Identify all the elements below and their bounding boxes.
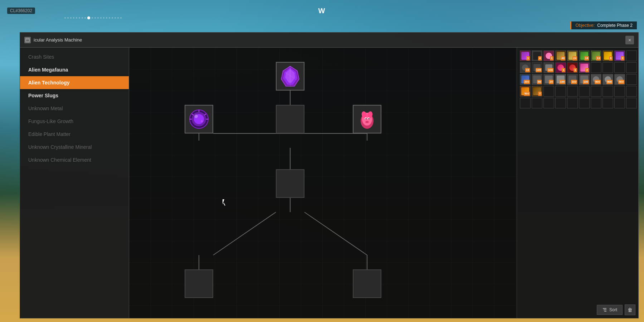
window-title-text: icular Analysis Machine [34, 37, 82, 43]
inv-slot[interactable]: 108 [543, 62, 554, 73]
purple-crystal-icon [278, 64, 302, 88]
top-bar: CL#366202 W [0, 0, 644, 21]
sidebar-item-edible-plant-matter[interactable]: Edible Plant Matter [20, 128, 129, 141]
inv-slot-empty[interactable] [579, 86, 590, 97]
tech-node-purple-crystal[interactable] [276, 62, 304, 91]
svg-rect-0 [26, 38, 29, 42]
sidebar-item-alien-megafauna[interactable]: Alien Megafauna [20, 63, 129, 76]
inv-slot-empty[interactable] [591, 98, 601, 108]
inv-slot-empty[interactable] [532, 98, 542, 108]
inv-slot-empty[interactable] [591, 62, 601, 73]
inv-slot[interactable]: 8 [602, 50, 613, 61]
inv-slot[interactable]: 40 [555, 50, 566, 61]
sidebar-item-crash-sites[interactable]: Crash Sites [20, 50, 129, 63]
inv-slot-empty[interactable] [567, 86, 578, 97]
objective-text: Complete Phase 2 [597, 23, 633, 28]
sidebar: Crash Sites Alien Megafauna Alien Techno… [20, 48, 129, 318]
sidebar-item-alien-technology[interactable]: Alien Technology [20, 76, 129, 89]
inv-slot[interactable]: 1 [543, 50, 554, 61]
svg-point-38 [365, 121, 369, 123]
svg-line-11 [304, 212, 367, 255]
bottom-actions: Sort 🗑 [597, 304, 635, 315]
svg-point-36 [366, 118, 367, 119]
svg-point-24 [201, 120, 203, 122]
tech-tree [129, 48, 517, 318]
tech-node-lower-center[interactable] [276, 169, 304, 198]
inv-slot[interactable]: 120 [532, 62, 542, 73]
inv-slot[interactable]: 1 [567, 62, 578, 73]
pink-creature-icon [355, 107, 379, 131]
inv-slot[interactable]: 1 [555, 62, 566, 73]
inv-slot[interactable]: 13 [591, 50, 601, 61]
inv-slot-empty[interactable] [626, 86, 637, 97]
window-icon [24, 37, 31, 43]
sidebar-item-power-slugs[interactable]: Power Slugs [20, 89, 129, 102]
sidebar-item-unknown-metal[interactable]: Unknown Metal [20, 102, 129, 115]
inv-slot[interactable]: 50 [532, 74, 542, 85]
window-title-bar: icular Analysis Machine × [20, 33, 638, 48]
sidebar-item-unknown-chemical-element[interactable]: Unknown Chemical Element [20, 153, 129, 166]
inv-slot[interactable]: 3 [614, 50, 625, 61]
inv-slot[interactable]: 4 [532, 50, 542, 61]
sidebar-item-fungus-like-growth[interactable]: Fungus-Like Growth [20, 115, 129, 128]
inv-slot[interactable]: 19 [520, 62, 531, 73]
inv-slot-empty[interactable] [579, 98, 590, 108]
inv-slot-empty[interactable] [626, 50, 637, 61]
inv-slot-empty[interactable] [543, 86, 554, 97]
svg-line-9 [213, 212, 276, 255]
main-window: icular Analysis Machine × Crash Sites Al… [20, 32, 639, 318]
svg-point-37 [369, 118, 370, 119]
inv-slot[interactable]: 24 [567, 50, 578, 61]
inv-slot-empty[interactable] [626, 62, 637, 73]
inv-slot-empty[interactable] [602, 98, 613, 108]
objective-label: Objective: [576, 23, 595, 28]
sort-button[interactable]: Sort [597, 305, 623, 315]
inv-slot[interactable]: 500 [602, 74, 613, 85]
inv-slot-empty[interactable] [555, 86, 566, 97]
tech-node-purple-orb[interactable] [185, 105, 213, 133]
center-label: W [318, 7, 325, 15]
inv-slot[interactable]: 100 [567, 74, 578, 85]
inv-slot[interactable]: 500 [520, 86, 531, 97]
inv-slot-empty[interactable] [614, 98, 625, 108]
inv-slot[interactable]: 200 [520, 74, 531, 85]
window-body: Crash Sites Alien Megafauna Alien Techno… [20, 48, 638, 318]
inv-slot[interactable]: 100 [555, 74, 566, 85]
close-button[interactable]: × [625, 36, 634, 44]
right-panel: 1 4 1 40 24 [517, 48, 638, 318]
tech-tree-area [129, 48, 517, 318]
sidebar-item-unknown-crystalline-mineral[interactable]: Unknown Crystalline Mineral [20, 141, 129, 153]
sort-icon [602, 307, 607, 312]
trash-button[interactable]: 🗑 [625, 304, 635, 315]
inv-slot-empty[interactable] [555, 98, 566, 108]
inv-slot[interactable]: 500 [614, 74, 625, 85]
purple-orb-icon [187, 107, 211, 131]
svg-point-23 [194, 114, 198, 118]
inv-slot[interactable]: 25 [543, 74, 554, 85]
inv-slot-empty[interactable] [602, 62, 613, 73]
tech-node-mid-center[interactable] [276, 105, 304, 133]
inv-slot-empty[interactable] [602, 86, 613, 97]
inv-slot-empty[interactable] [591, 86, 601, 97]
objective-banner: Objective: Complete Phase 2 [570, 21, 637, 29]
inv-slot[interactable]: 500 [591, 74, 601, 85]
window-title-left: icular Analysis Machine [24, 37, 82, 43]
tech-node-bottom-right[interactable] [353, 269, 381, 298]
inv-slot-empty[interactable] [543, 98, 554, 108]
inv-slot-empty[interactable] [520, 98, 531, 108]
tech-node-bottom-left[interactable] [185, 269, 213, 298]
tech-node-pink-creature[interactable] [353, 105, 381, 133]
inv-slot-empty[interactable] [614, 62, 625, 73]
inv-slot[interactable]: 1 [520, 50, 531, 61]
inv-slot[interactable]: 100 [579, 74, 590, 85]
inv-slot-empty[interactable] [626, 74, 637, 85]
inv-slot[interactable]: 7 [532, 86, 542, 97]
inv-slot[interactable]: 18 [579, 50, 590, 61]
inv-slot[interactable]: 2 [579, 62, 590, 73]
inv-slot-empty[interactable] [626, 98, 637, 108]
inv-slot-empty[interactable] [567, 98, 578, 108]
inv-slot-empty[interactable] [614, 86, 625, 97]
inventory-grid: 1 4 1 40 24 [520, 50, 635, 108]
cl-badge: CL#366202 [7, 8, 35, 14]
